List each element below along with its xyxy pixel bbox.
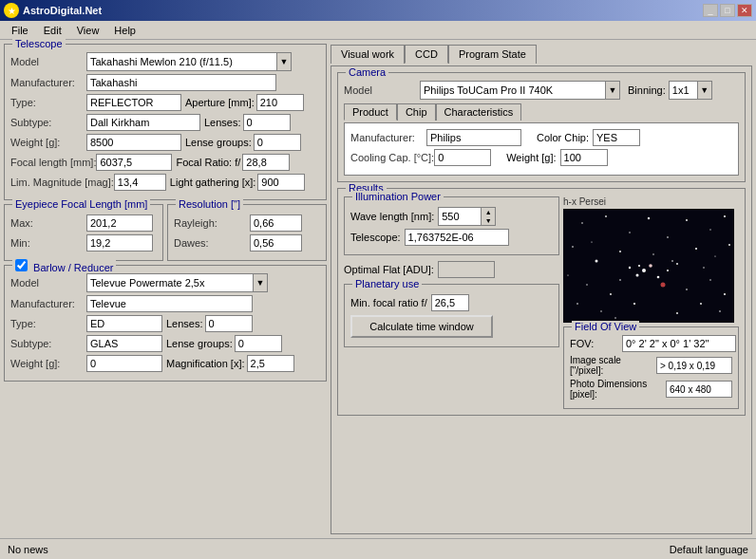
camera-group-title: Camera — [346, 66, 388, 78]
wave-length-input[interactable] — [438, 207, 481, 226]
photo-dimensions-input[interactable] — [666, 381, 732, 398]
close-button[interactable]: ✕ — [737, 4, 752, 17]
eyepiece-group-title: Eyepiece Focal Length [mm] — [12, 198, 150, 210]
camera-model-input[interactable] — [420, 81, 605, 100]
camera-cooling-input[interactable] — [434, 149, 491, 166]
barlow-lense-groups-input[interactable] — [235, 335, 282, 352]
svg-point-31 — [724, 293, 726, 295]
svg-point-40 — [703, 267, 704, 268]
svg-point-24 — [619, 279, 621, 281]
barlow-type-input[interactable] — [86, 315, 162, 332]
eyepiece-max-label: Max: — [10, 217, 86, 229]
minimize-button[interactable]: _ — [703, 4, 718, 17]
app-icon: ★ — [4, 3, 19, 18]
camera-color-chip-input[interactable] — [593, 129, 640, 146]
menu-help[interactable]: Help — [106, 23, 143, 38]
barlow-subtype-input[interactable] — [86, 335, 162, 352]
maximize-button[interactable]: □ — [720, 4, 735, 17]
telescope-aperture-input[interactable] — [256, 94, 304, 111]
illumination-group: Illumination Power Wave length [nm]: ▲ ▼ — [344, 196, 559, 255]
telescope-manufacturer-input[interactable] — [86, 74, 276, 91]
wave-length-label: Wave length [nm]: — [350, 211, 434, 222]
camera-weight-input[interactable] — [560, 149, 608, 166]
barlow-manufacturer-input[interactable] — [86, 295, 253, 312]
barlow-magnification-input[interactable] — [247, 355, 294, 372]
resolution-rayleigh-input[interactable] — [250, 214, 302, 232]
telescope-weight-label: Weight [g]: — [10, 137, 86, 148]
resolution-dawes-input[interactable] — [250, 234, 302, 252]
photo-dimensions-label: Photo Dimensions [pixel]: — [570, 379, 666, 400]
eyepiece-max-input[interactable] — [86, 214, 153, 232]
telescope-focal-ratio-input[interactable] — [242, 154, 290, 171]
telescope-model-dropdown[interactable]: ▼ — [276, 52, 292, 71]
fov-value-input[interactable] — [622, 335, 736, 352]
eyepiece-min-input[interactable] — [86, 234, 153, 252]
svg-point-19 — [649, 264, 652, 268]
telescope-weight-input[interactable] — [86, 134, 181, 151]
barlow-model-input[interactable] — [86, 273, 253, 292]
star-cluster-title: h-x Persei — [563, 196, 739, 207]
camera-color-chip-label: Color Chip: — [537, 132, 589, 143]
svg-point-8 — [724, 215, 726, 217]
optimal-flat-input[interactable] — [438, 261, 495, 278]
wave-length-down[interactable]: ▼ — [482, 216, 495, 225]
barlow-model-dropdown[interactable]: ▼ — [253, 273, 268, 292]
telescope-model-input[interactable] — [86, 52, 276, 71]
barlow-group-title: Barlow / Reducer — [12, 259, 116, 273]
telescope-type-input[interactable] — [86, 94, 181, 111]
calculate-window-button[interactable]: Calculate time window — [350, 315, 493, 338]
telescope-manufacturer-label: Manufacturer: — [10, 77, 86, 88]
svg-rect-0 — [563, 209, 734, 323]
menu-edit[interactable]: Edit — [36, 23, 69, 38]
telescope-subtype-input[interactable] — [86, 114, 200, 131]
min-focal-input[interactable] — [431, 294, 469, 311]
telescope-lim-mag-input[interactable] — [114, 174, 166, 191]
menu-file[interactable]: File — [4, 23, 36, 38]
svg-point-11 — [619, 251, 621, 252]
menu-view[interactable]: View — [69, 23, 107, 38]
fov-label: FOV: — [570, 338, 622, 349]
wave-length-spinner[interactable]: ▲ ▼ — [481, 207, 496, 226]
telescope-focal-length-input[interactable] — [96, 154, 172, 171]
telescope-light-gathering-input[interactable] — [257, 174, 305, 191]
svg-point-9 — [572, 246, 574, 248]
optimal-flat-label: Optimal Flat [ADU]: — [344, 264, 434, 275]
barlow-manufacturer-label: Manufacturer: — [10, 298, 86, 309]
barlow-lenses-label: Lenses: — [166, 318, 203, 329]
telescope-result-input[interactable] — [405, 229, 509, 246]
svg-point-3 — [629, 232, 630, 233]
svg-point-34 — [633, 303, 635, 305]
camera-binning-input[interactable] — [669, 81, 697, 100]
tab-chip[interactable]: Chip — [397, 103, 436, 121]
telescope-focal-ratio-label: Focal Ratio: f/ — [176, 157, 240, 168]
svg-point-32 — [576, 303, 578, 305]
camera-group: Camera Model ▼ Binning: ▼ Product — [337, 72, 746, 182]
telescope-light-gathering-label: Light gathering [x]: — [170, 177, 256, 188]
barlow-lenses-input[interactable] — [205, 315, 253, 332]
camera-manufacturer-input[interactable] — [426, 129, 521, 146]
svg-point-17 — [728, 244, 730, 246]
results-group: Results Illumination Power Wave length [… — [337, 188, 746, 416]
telescope-lense-groups-input[interactable] — [254, 134, 301, 151]
svg-point-22 — [629, 267, 631, 269]
barlow-lense-groups-label: Lense groups: — [166, 338, 233, 349]
tab-characteristics[interactable]: Characteristics — [436, 103, 522, 121]
telescope-aperture-label: Aperture [mm]: — [185, 97, 255, 108]
telescope-type-label: Type: — [10, 97, 86, 108]
barlow-checkbox[interactable] — [15, 259, 28, 271]
svg-point-23 — [667, 270, 669, 271]
tab-visual-work[interactable]: Visual work — [331, 45, 405, 64]
tab-program-state[interactable]: Program State — [448, 45, 537, 64]
wave-length-up[interactable]: ▲ — [482, 208, 495, 216]
barlow-magnification-label: Magnification [x]: — [166, 358, 245, 369]
camera-binning-dropdown[interactable]: ▼ — [697, 81, 712, 100]
barlow-subtype-label: Subtype: — [10, 338, 86, 349]
image-scale-input[interactable] — [656, 357, 732, 374]
camera-model-dropdown[interactable]: ▼ — [605, 81, 620, 100]
telescope-lenses-input[interactable] — [243, 114, 291, 131]
tab-product[interactable]: Product — [344, 103, 397, 121]
tab-ccd[interactable]: CCD — [405, 45, 448, 64]
menubar: File Edit View Help — [0, 21, 756, 40]
barlow-weight-input[interactable] — [86, 355, 162, 372]
planetary-group: Planetary use Min. focal ratio f/ Calcul… — [344, 284, 559, 347]
